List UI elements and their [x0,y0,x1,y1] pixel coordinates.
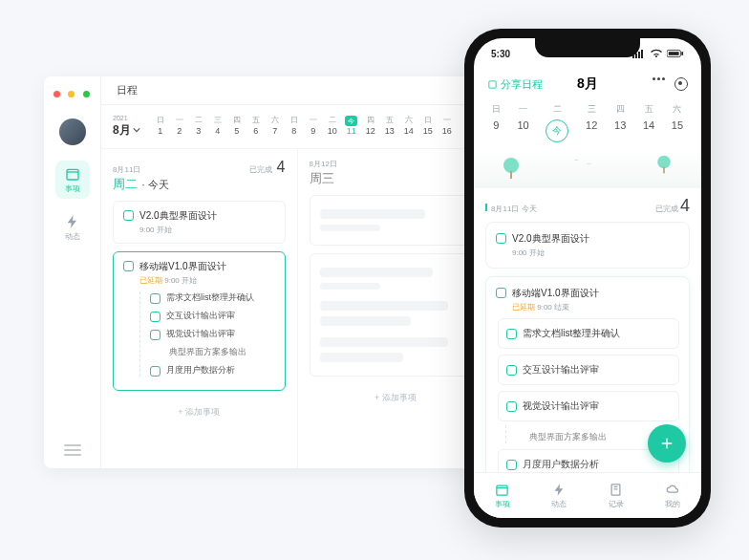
lightning-icon [65,214,80,229]
subtask-item[interactable]: 月度用户数据分析 [150,364,275,377]
plus-icon [658,435,675,452]
timeline-day[interactable]: 五13 [383,116,396,138]
subtask-item[interactable]: 视觉设计输出评审 [498,391,679,421]
phone-month[interactable]: 8月 [577,75,598,93]
subtask-item[interactable]: 交互设计输出评审 [150,310,275,322]
main-panel: 日程 2021 8月 日1一2二3三4四5五6六7日8一9二10今11四12五1… [101,76,493,468]
tab-activity[interactable]: 动态 [551,483,567,509]
columns: 8月11日 周二 · 今天 已完成 4 V2.0典型界面设计 [101,149,493,468]
column-head: 8月11日 周二 · 今天 已完成 4 [113,159,286,193]
checkbox[interactable] [150,366,160,377]
timeline-month[interactable]: 8月 [113,122,140,139]
lightning-icon [552,483,567,497]
nav-activity-label: 动态 [65,231,80,242]
timeline-day[interactable]: 六14 [402,116,416,138]
checkbox[interactable] [506,329,517,339]
nav-activity[interactable]: 动态 [55,208,90,247]
svg-rect-7 [681,52,683,55]
traffic-lights [54,84,94,101]
timeline-day[interactable]: 日8 [288,116,301,138]
nav-items[interactable]: 事项 [55,161,90,199]
timeline-day[interactable]: 今11 [345,116,358,138]
notebook-icon [609,483,623,497]
close-dot[interactable] [54,91,60,97]
phone-day[interactable]: 四13 [614,103,626,142]
svg-rect-3 [638,52,640,58]
phone-day[interactable]: 日9 [492,103,501,142]
timeline-day[interactable]: 三4 [211,116,225,138]
phone-list-head: 8月11日 今天 已完成 4 [485,196,690,216]
checkbox[interactable] [123,210,134,221]
timeline-day[interactable]: 四5 [230,116,244,138]
header: 日程 [101,76,493,105]
task-card[interactable]: V2.0典型界面设计 9:00 开始 [113,201,286,244]
timeline-day[interactable]: 日15 [421,116,435,138]
tab-items[interactable]: 事项 [495,483,510,509]
hamburger-icon[interactable] [64,442,81,459]
more-icon[interactable] [653,77,665,91]
tab-mine[interactable]: 我的 [665,483,680,509]
tree-icon [503,158,520,179]
checkbox[interactable] [506,365,517,376]
subtask-list: 需求文档list整理并确认 交互设计输出评审 视觉设计输出评审 典型界面方案多输… [139,291,275,377]
tree-icon [656,156,671,174]
task-card-expanded[interactable]: 移动端V1.0界面设计 已延期 9:00 开始 需求文档list整理并确认 交互… [113,251,286,391]
phone-task-card[interactable]: V2.0典型界面设计 9:00 开始 [485,222,690,269]
checkbox[interactable] [123,261,134,271]
subtask-item[interactable]: 需求文档list整理并确认 [498,318,679,349]
subtask-item[interactable]: 视觉设计输出评审 [150,328,275,340]
phone-day[interactable]: 一10 [518,103,529,142]
column-today: 8月11日 周二 · 今天 已完成 4 V2.0典型界面设计 [101,149,297,468]
fab-add-button[interactable] [648,424,686,463]
checkbox[interactable] [506,401,517,412]
phone-day[interactable]: 五14 [643,103,654,142]
task-title: V2.0典型界面设计 [512,232,589,246]
share-schedule-button[interactable]: 分享日程 [487,77,543,92]
task-title: V2.0典型界面设计 [139,209,217,223]
phone-day[interactable]: 六15 [672,103,683,142]
calendar-icon [495,483,509,497]
phone-days-row[interactable]: 日9一10二今三12四13五14六15 [474,99,701,150]
timeline-day[interactable]: 四12 [364,116,377,138]
subtask-item[interactable]: 交互设计输出评审 [498,355,679,385]
phone-day[interactable]: 三12 [586,103,597,142]
subtask-item[interactable]: 需求文档list整理并确认 [150,291,275,304]
task-title: 移动端V1.0界面设计 [139,260,226,273]
subtask-sub: 典型界面方案多输出 [169,346,275,358]
timeline-days[interactable]: 日1一2二3三4四5五6六7日8一9二10今11四12五13六14日15一16 [154,116,482,138]
chevron-down-icon [133,126,140,134]
bird-icon: ~ [587,160,591,168]
add-task-button[interactable]: + 添加事项 [113,398,286,426]
avatar[interactable] [59,118,86,145]
maximize-dot[interactable] [83,91,90,97]
skeleton-card [310,195,482,246]
timeline-day[interactable]: 一9 [307,116,320,138]
checkbox[interactable] [150,330,160,340]
timeline-date: 2021 8月 [113,115,140,139]
col-date: 8月11日 [113,164,169,175]
phone-day[interactable]: 二今 [546,103,568,142]
tab-record[interactable]: 记录 [609,483,624,509]
timeline-day[interactable]: 一2 [173,116,186,138]
timeline-day[interactable]: 六7 [268,116,282,138]
checkbox[interactable] [506,460,517,470]
svg-rect-0 [67,169,78,180]
phone-header-actions [653,77,688,91]
checkbox[interactable] [150,293,160,304]
add-task-button[interactable]: + 添加事项 [310,384,482,412]
col-today-label: 今天 [148,179,169,190]
timeline-year: 2021 [113,115,140,122]
timeline-day[interactable]: 二3 [192,116,205,138]
minimize-dot[interactable] [68,91,75,97]
checkbox[interactable] [496,233,506,244]
timeline-day[interactable]: 二10 [326,116,339,138]
checkbox[interactable] [150,312,160,322]
task-subtitle: 已延期 9:00 开始 [139,275,275,286]
target-icon[interactable] [674,77,688,91]
timeline-day[interactable]: 五6 [249,116,263,138]
checkbox[interactable] [496,288,506,298]
timeline-day[interactable]: 一16 [440,116,454,138]
phone-header: 分享日程 8月 [474,69,701,99]
timeline-day[interactable]: 日1 [154,116,167,138]
illustration: ~ ~ [474,150,701,188]
